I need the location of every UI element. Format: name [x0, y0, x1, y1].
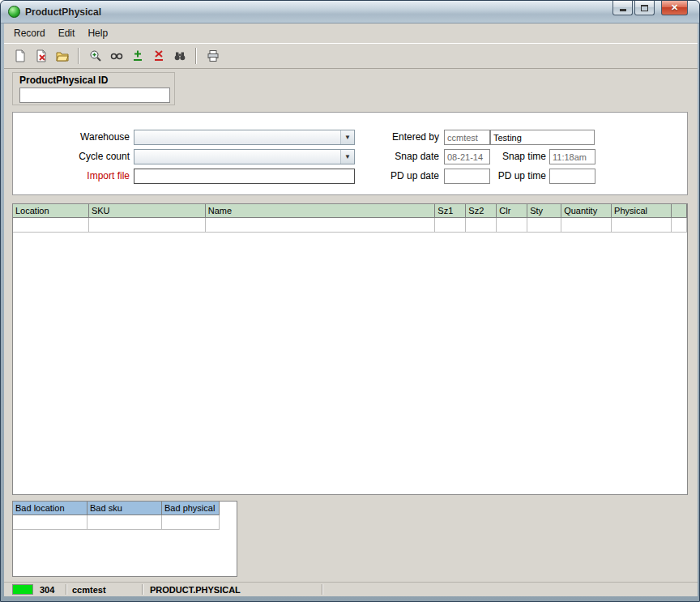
productphysical-id-label: ProductPhysical ID [19, 75, 108, 86]
insert-row-button[interactable] [128, 46, 147, 65]
cycle-count-dropdown[interactable]: ▼ [134, 149, 355, 164]
table-cell[interactable] [527, 218, 561, 233]
menu-help[interactable]: Help [81, 25, 114, 41]
pd-up-time-input[interactable] [549, 169, 595, 184]
product-physical-grid: LocationSKUNameSz1Sz2ClrStyQuantityPhysi… [12, 203, 688, 495]
status-bar: 304 ccmtest PRODUCT.PHYSICAL [4, 582, 698, 596]
delete-row-button[interactable] [149, 46, 168, 65]
zoom-icon [89, 49, 102, 62]
table-row [13, 515, 237, 530]
table-cell[interactable] [672, 218, 687, 233]
table-cell[interactable] [466, 218, 497, 233]
printer-icon [207, 49, 220, 62]
maximize-icon [641, 5, 648, 11]
menu-edit[interactable]: Edit [52, 25, 82, 41]
status-code: 304 [40, 585, 54, 595]
table-cell[interactable] [435, 218, 466, 233]
new-record-icon [14, 49, 27, 62]
column-header: SKU [89, 204, 206, 218]
warehouse-label: Warehouse [13, 130, 130, 145]
title-bar[interactable]: ProductPhysical ✕ [1, 1, 699, 23]
table-row [13, 218, 687, 233]
open-button[interactable] [53, 46, 71, 65]
binoculars-icon [173, 49, 186, 62]
delete-row-icon [152, 49, 165, 62]
import-file-label: Import file [13, 169, 130, 184]
chevron-down-icon: ▼ [340, 130, 354, 144]
window-title: ProductPhysical [25, 6, 101, 18]
column-header: Sty [527, 204, 561, 218]
status-record-name: PRODUCT.PHYSICAL [150, 585, 241, 595]
snap-time-input[interactable] [549, 149, 595, 164]
find-button[interactable] [170, 46, 189, 65]
glasses-icon [110, 49, 123, 62]
close-icon: ✕ [671, 2, 678, 13]
entered-by-name-input[interactable] [490, 130, 595, 145]
column-header: Sz2 [466, 204, 497, 218]
status-indicator [12, 584, 33, 595]
status-separator [322, 584, 323, 595]
form-panel: Warehouse ▼ Cycle count ▼ Import file En… [12, 112, 688, 195]
view-button[interactable] [107, 46, 126, 65]
column-header [672, 204, 687, 218]
column-header: Physical [612, 204, 672, 218]
status-separator [66, 584, 67, 595]
client-area: Record Edit Help [4, 23, 698, 596]
status-separator [142, 584, 143, 595]
bad-rows-grid: Bad locationBad skuBad physical [12, 501, 237, 577]
table-cell[interactable] [162, 515, 220, 530]
delete-record-icon [35, 49, 48, 62]
cycle-count-label: Cycle count [13, 149, 130, 164]
column-header: Bad physical [162, 502, 220, 515]
column-header: Quantity [561, 204, 612, 218]
snap-time-label: Snap time [467, 149, 546, 164]
warehouse-dropdown[interactable]: ▼ [134, 130, 355, 145]
entered-by-label: Entered by [361, 130, 439, 145]
table-cell[interactable] [561, 218, 612, 233]
snap-date-label: Snap date [361, 149, 439, 164]
status-user: ccmtest [72, 585, 106, 595]
column-header: Name [206, 204, 436, 218]
column-header: Location [13, 204, 89, 218]
table-cell[interactable] [89, 218, 206, 233]
table-cell[interactable] [13, 218, 89, 233]
close-button[interactable]: ✕ [661, 1, 688, 15]
import-file-input[interactable] [134, 169, 355, 184]
zoom-button[interactable] [86, 46, 105, 65]
toolbar-separator [78, 48, 79, 64]
column-header: Clr [497, 204, 527, 218]
minimize-icon [620, 9, 626, 11]
column-header: Bad sku [88, 502, 162, 515]
chevron-down-icon: ▼ [340, 150, 354, 164]
toolbar [4, 43, 698, 69]
pd-up-date-label: PD up date [361, 169, 439, 184]
productphysical-id-group: ProductPhysical ID [12, 72, 175, 105]
table-cell[interactable] [612, 218, 672, 233]
table-cell[interactable] [206, 218, 436, 233]
menu-record[interactable]: Record [7, 25, 52, 41]
table-cell[interactable] [88, 515, 162, 530]
pd-up-time-label: PD up time [467, 169, 546, 184]
minimize-button[interactable] [612, 1, 633, 15]
insert-row-icon [131, 49, 144, 62]
delete-record-button[interactable] [32, 46, 50, 65]
column-header: Sz1 [435, 204, 466, 218]
table-cell[interactable] [497, 218, 527, 233]
print-button[interactable] [203, 46, 222, 65]
entered-by-user-input[interactable] [444, 130, 490, 145]
application-window: ProductPhysical ✕ Record Edit Help [0, 0, 700, 602]
new-record-button[interactable] [11, 46, 29, 65]
table-cell[interactable] [13, 515, 88, 530]
toolbar-separator [195, 48, 197, 64]
open-folder-icon [56, 49, 69, 62]
column-header: Bad location [13, 502, 88, 515]
productphysical-id-input[interactable] [19, 88, 170, 103]
menu-bar: Record Edit Help [4, 23, 698, 43]
maximize-button[interactable] [634, 1, 655, 15]
app-icon [8, 6, 20, 18]
